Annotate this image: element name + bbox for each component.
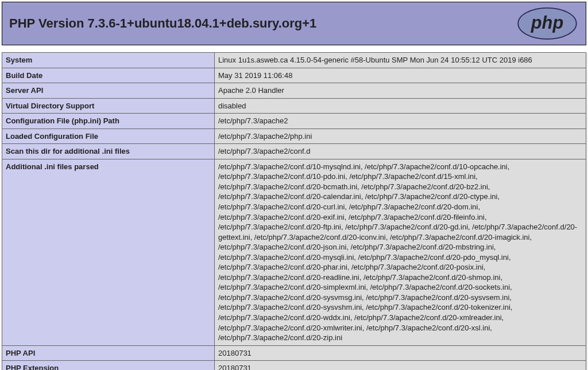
info-value: /etc/php/7.3/apache2 bbox=[215, 114, 586, 129]
info-key: Build Date bbox=[2, 68, 215, 83]
info-key: Server API bbox=[2, 83, 215, 99]
table-row: Build DateMay 31 2019 11:06:48 bbox=[2, 68, 586, 83]
info-value: /etc/php/7.3/apache2/conf.d/10-mysqlnd.i… bbox=[215, 159, 586, 345]
info-value: disabled bbox=[215, 98, 586, 114]
info-value: 20180731 bbox=[215, 345, 586, 361]
phpinfo-table: SystemLinux 1u1s.asweb.ca 4.15.0-54-gene… bbox=[2, 52, 586, 370]
table-row: PHP Extension20180731 bbox=[2, 361, 586, 370]
table-row: Additional .ini files parsed/etc/php/7.3… bbox=[2, 159, 586, 345]
table-row: Loaded Configuration File/etc/php/7.3/ap… bbox=[2, 128, 586, 144]
info-key: Additional .ini files parsed bbox=[2, 159, 215, 345]
info-key: PHP API bbox=[2, 345, 215, 361]
info-value: 20180731 bbox=[215, 361, 586, 370]
info-value: /etc/php/7.3/apache2/php.ini bbox=[215, 128, 586, 144]
table-row: Configuration File (php.ini) Path/etc/ph… bbox=[2, 114, 586, 129]
info-key: Loaded Configuration File bbox=[2, 128, 215, 144]
table-row: Scan this dir for additional .ini files/… bbox=[2, 144, 586, 159]
info-value: Linux 1u1s.asweb.ca 4.15.0-54-generic #5… bbox=[215, 53, 586, 68]
info-key: System bbox=[2, 53, 215, 68]
php-logo-icon: php bbox=[516, 7, 579, 40]
php-version-title: PHP Version 7.3.6-1+ubuntu18.04.1+deb.su… bbox=[9, 16, 316, 31]
info-key: Virtual Directory Support bbox=[2, 98, 215, 114]
phpinfo-header: PHP Version 7.3.6-1+ubuntu18.04.1+deb.su… bbox=[2, 2, 586, 45]
php-logo-text: php bbox=[531, 13, 563, 33]
table-row: PHP API20180731 bbox=[2, 345, 586, 361]
table-row: Virtual Directory Supportdisabled bbox=[2, 98, 586, 114]
info-key: Scan this dir for additional .ini files bbox=[2, 144, 215, 159]
table-row: SystemLinux 1u1s.asweb.ca 4.15.0-54-gene… bbox=[2, 53, 586, 68]
info-value: May 31 2019 11:06:48 bbox=[215, 68, 586, 83]
info-key: PHP Extension bbox=[2, 361, 215, 370]
phpinfo-page: PHP Version 7.3.6-1+ubuntu18.04.1+deb.su… bbox=[0, 0, 588, 370]
info-value: /etc/php/7.3/apache2/conf.d bbox=[215, 144, 586, 159]
table-row: Server APIApache 2.0 Handler bbox=[2, 83, 586, 99]
info-value: Apache 2.0 Handler bbox=[215, 83, 586, 99]
info-key: Configuration File (php.ini) Path bbox=[2, 114, 215, 129]
